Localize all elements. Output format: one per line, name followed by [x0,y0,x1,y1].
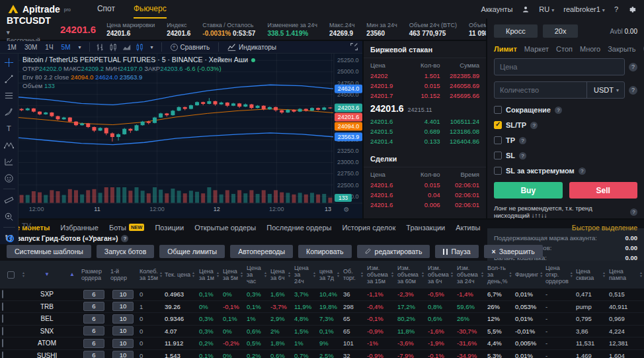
column-header[interactable]: Цена за 6ч▴▾ [268,268,292,281]
nav-item-futures[interactable]: Фьючерс [134,0,167,19]
column-header[interactable]: Колеб. за 15м▴▾ [138,268,163,281]
quantity-unit-selector[interactable]: USDT▾ [586,82,619,98]
forecast-icon[interactable] [3,156,15,167]
checkbox-box[interactable] [494,136,502,144]
column-header[interactable]: Вол-ть за день,%▴▾ [485,265,513,285]
trade-row[interactable]: 24201.60.00602:06:01 [364,200,486,210]
column-header[interactable]: Цена за 5м▴▾ [221,268,245,281]
help-button[interactable]: ? [614,5,618,13]
zoom-in-icon[interactable] [3,210,15,222]
quick-select-link[interactable]: Быстрое выделение [572,224,637,232]
checkbox-SL[interactable]: SL? [494,152,637,159]
row-input[interactable]: 6 [83,314,104,324]
symbol-selector[interactable]: BTCUSDT ▾ Бессрочный [7,15,51,44]
bars-icon[interactable] [95,41,106,53]
column-header[interactable]: Размер ордера [79,268,108,281]
table-row[interactable]: TRB610139.260%-0,1%0,1%-3,7%11,9%19,8%29… [0,301,644,314]
table-row[interactable]: ATOM610011.9120,2%-0,2%0,5%1,8%1%9%101-1… [0,337,644,350]
bottom-tab[interactable]: Активы [456,224,480,232]
row-input[interactable]: 6 [83,351,104,358]
row-checkbox[interactable] [2,314,3,323]
buy-button[interactable]: Buy [494,182,563,199]
action-button-plain[interactable]: Копировать [298,245,352,258]
ask-row[interactable]: 242021.501282385.89 [364,71,486,81]
column-header[interactable]: Фандинг▴▾ [513,271,543,278]
trendline-icon[interactable] [3,73,15,85]
row-input[interactable]: 6 [83,290,104,299]
checkbox-box[interactable] [494,152,502,159]
row-input[interactable]: 6 [83,326,104,336]
row-input[interactable]: 6 [83,302,104,311]
order-tab-Закрыть[interactable]: Закрыть [608,45,635,53]
order-tab-Лимит[interactable]: Лимит [494,45,517,53]
table-row[interactable]: SUSHI61001.5430,1%0%0,2%0,6%0,7%2,5%32-0… [0,350,644,358]
compare-button[interactable]: +Сравнить [167,42,214,52]
table-row[interactable]: BEL61000.93460,3%0,1%1%2,9%4,8%7,3%65-0,… [0,313,644,326]
checkbox-box[interactable] [494,106,502,114]
checkbox-box[interactable] [494,121,502,129]
row-input[interactable]: 10 [112,326,134,336]
trade-row[interactable]: 24201.60.0402:06:01 [364,190,486,200]
timeframe-1М[interactable]: 1М [4,42,20,52]
price-input[interactable] [500,63,619,71]
action-button-plain[interactable]: Системные шаблоны [7,245,91,258]
action-button-plain[interactable]: Общие лимиты [159,245,225,258]
apitrade-logo[interactable]: Apitradepro [8,4,71,15]
timeframe-5М[interactable]: 5М [58,42,74,52]
select-all-header[interactable]: ▴▾ [0,271,26,279]
action-button-pause[interactable]: Пауза [435,245,478,258]
user-icon[interactable] [522,5,530,13]
column-header[interactable]: Цена за 1м▴▾ [197,268,221,281]
timeframe-1Ч[interactable]: 1Ч [42,42,56,52]
column-header[interactable]: Изм. объема за 60м▴▾ [395,265,426,285]
hollow-candles-icon[interactable] [134,41,146,53]
column-header[interactable]: Цена за час▴▾ [245,265,268,285]
order-tab-Маркет[interactable]: Маркет [524,45,549,53]
row-input[interactable]: 10 [112,290,134,299]
timeframe-30М[interactable]: 30М [21,42,40,52]
column-header[interactable]: Изм. объема за 24ч▴▾ [455,265,485,285]
row-input[interactable]: 6 [83,339,104,348]
brush-icon[interactable] [3,106,15,118]
row-checkbox[interactable] [2,290,3,298]
bottom-tab[interactable]: Транзакции [406,224,445,232]
action-button-edit[interactable]: редактировать [357,245,430,258]
column-header[interactable]: Цена за 24ч▴▾ [292,265,317,285]
sell-button[interactable]: Sell [569,182,638,199]
column-header[interactable]: Изм. объема за 6ч▴▾ [426,265,455,285]
sorted-asc-header[interactable]: ▲ [67,271,79,278]
column-header[interactable]: 1-й ордер [108,268,138,281]
fullscreen-icon[interactable] [350,42,358,52]
column-header[interactable]: Об. торг.▴▾ [341,268,365,281]
bid-row[interactable]: 24201.50.689123186.08 [364,126,486,136]
area-icon[interactable] [121,41,133,53]
row-checkbox[interactable] [2,351,3,358]
order-tab-Стоп[interactable]: Стоп [556,45,573,53]
candles-icon[interactable] [108,41,120,53]
measure-icon[interactable] [3,194,15,206]
row-checkbox[interactable] [2,302,3,311]
timeframe-more[interactable]: ▾ [75,43,85,52]
checkbox-SL/TP[interactable]: SL/TP? [494,121,637,129]
checkbox-box[interactable] [494,167,502,175]
trade-row[interactable]: 24201.60.01502:06:01 [364,180,486,190]
margin-mode-button[interactable]: Кросс [494,24,538,38]
nav-item-spot[interactable]: Спот [97,0,115,19]
leverage-button[interactable]: 20x [543,24,579,38]
chart-canvas[interactable]: 25250.025000.024750.024500.024250.024000… [19,54,362,214]
checkbox-SL за экстремумом[interactable]: SL за экстремумом? [494,167,637,175]
table-row[interactable]: SXP61000.49630,1%0%0,3%1,6%3,7%10,4%36-1… [0,289,644,301]
column-header[interactable]: Цена откр. ордеров▴▾ [543,265,574,285]
orderbook-mid[interactable]: 24201.6 24215.11 [364,101,486,116]
language-selector[interactable]: RU▾ [539,5,554,13]
order-tab-Много[interactable]: Много [580,45,600,53]
bid-row[interactable]: 24201.40.133126404.86 [364,136,486,146]
row-checkbox[interactable] [2,327,3,336]
bid-row[interactable]: 24201.64.401106511.24 [364,116,486,126]
select-all-checkbox[interactable] [7,271,15,279]
indicators-button[interactable]: Индикаторы [223,42,280,53]
row-input[interactable]: 10 [112,302,134,311]
column-header[interactable]: Цена пампа▴▾ [607,268,644,281]
column-header[interactable]: Цена сквиза▴▾ [574,268,607,281]
gear-icon[interactable] [627,5,636,14]
